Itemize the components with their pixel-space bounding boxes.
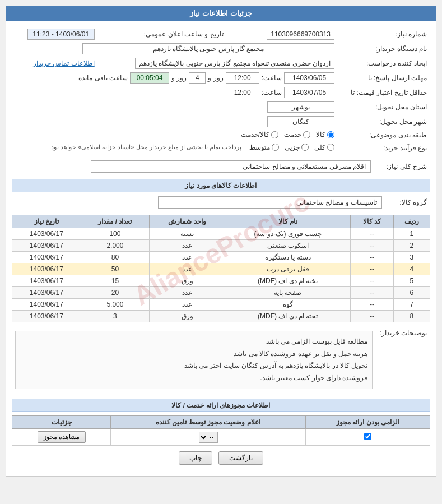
purchase-type-koli[interactable]: کلی: [314, 144, 334, 151]
cell-date: 1403/06/17: [12, 263, 81, 275]
need-summary-label: شرح کلی نیاز:: [374, 159, 430, 174]
response-day-unit: روز و: [171, 74, 187, 82]
city-value: کنگان: [267, 116, 334, 127]
cell-unit: عدد: [150, 287, 225, 299]
cell-row: 1: [393, 228, 430, 240]
license-details-cell[interactable]: مشاهده مجوز: [12, 429, 111, 446]
cell-name: دسته یا دستگیره: [225, 252, 351, 263]
buyer-notes-line: تحویل کالا در پالایشگاه یازدهم به آدرس ک…: [20, 360, 367, 372]
cell-row: 5: [393, 275, 430, 287]
response-time-value: 12:00: [226, 72, 259, 84]
license-status-select[interactable]: --: [199, 432, 218, 443]
license-status-cell[interactable]: --: [111, 429, 306, 446]
buyer-notes-line: مطالعه فایل پیوست الزامی می باشد: [20, 336, 367, 348]
table-row: 1 -- چسب فوری (یک-دو-سه) بسته 100 1403/0…: [12, 228, 430, 240]
col-code: کد کالا: [351, 215, 393, 228]
cell-unit: عدد: [150, 240, 225, 252]
cell-unit: ورق: [150, 275, 225, 287]
min-price-label: حداقل تاریخ اعتبار قیمت: تا: [338, 85, 430, 100]
cell-name: تخته ام دی اف (MDF): [225, 275, 351, 287]
cell-row: 8: [393, 311, 430, 322]
creator-label: ایجاد کننده درخواست:: [338, 56, 430, 71]
cell-date: 1403/06/17: [12, 311, 81, 322]
license-col-status: اعلام وضعیت مجوز توسط تامین کننده: [111, 416, 306, 429]
cell-qty: 2,000: [81, 240, 150, 252]
cell-unit: عدد: [150, 252, 225, 263]
view-license-button[interactable]: مشاهده مجوز: [38, 431, 86, 443]
purchase-note: پرداخت تمام یا بخشی از مبلغ خریدار محل «…: [49, 144, 241, 151]
cell-unit: عدد: [150, 263, 225, 275]
cell-qty: 5,000: [81, 299, 150, 311]
category-option-both[interactable]: کالا/خدمت: [241, 131, 278, 138]
cell-name: اسکوپ صنعتی: [225, 240, 351, 252]
items-table: ردیف کد کالا نام کالا واحد شمارش تعداد /…: [12, 215, 430, 322]
cell-qty: 15: [81, 275, 150, 287]
purchase-type-label: نوع فرآیند خرید:: [338, 142, 430, 155]
min-price-time-value: 12:00: [226, 87, 259, 98]
print-button[interactable]: چاپ: [179, 451, 212, 465]
need-summary-value: اقلام مصرفی مستعملاتی و مصالح ساختمانی: [91, 160, 371, 173]
need-number-value: 1103096669700313: [267, 29, 334, 40]
response-time-label: ساعت:: [262, 74, 282, 82]
goods-group-label: گروه کالا:: [385, 195, 430, 210]
back-button[interactable]: بازگشت: [218, 451, 263, 465]
cell-row: 2: [393, 240, 430, 252]
page-header: جزئیات اطلاعات نیاز: [6, 6, 436, 21]
cell-date: 1403/06/17: [12, 228, 81, 240]
col-unit: واحد شمارش: [150, 215, 225, 228]
col-qty: تعداد / مقدار: [81, 215, 150, 228]
license-section-header: اطلاعات مجوزهای ارائه خدمت / کالا: [12, 399, 430, 412]
cell-qty: 100: [81, 228, 150, 240]
table-row: 2 -- اسکوپ صنعتی عدد 2,000 1403/06/17: [12, 240, 430, 252]
license-mandatory-cell: [305, 429, 430, 446]
cell-code: --: [351, 240, 393, 252]
table-row: 6 -- صفحه پایه عدد 20 1403/06/17: [12, 287, 430, 299]
cell-date: 1403/06/17: [12, 240, 81, 252]
col-name: نام کالا: [225, 215, 351, 228]
response-remaining-value: 00:05:04: [130, 72, 169, 84]
cell-unit: بسته: [150, 228, 225, 240]
purchase-type-jozi[interactable]: جزیی: [285, 144, 309, 151]
cell-qty: 50: [81, 263, 150, 275]
category-option-kala[interactable]: کالا: [316, 131, 334, 138]
date-time-value: 1403/06/01 - 11:23: [27, 29, 95, 40]
cell-date: 1403/06/17: [12, 287, 81, 299]
col-row: ردیف: [393, 215, 430, 228]
cell-code: --: [351, 228, 393, 240]
buyer-notes-label: توضیحات خریدار:: [376, 326, 430, 394]
cell-code: --: [351, 311, 393, 322]
response-day-label: روز و: [208, 74, 223, 82]
license-mandatory-checkbox[interactable]: [364, 433, 371, 440]
cell-name: چسب فوری (یک-دو-سه): [225, 228, 351, 240]
creator-contact-link[interactable]: اطلاعات تماس خریدار: [33, 59, 95, 67]
cell-qty: 20: [81, 287, 150, 299]
cell-name: قفل برقی درب: [225, 263, 351, 275]
category-option-khedmat[interactable]: خدمت: [284, 131, 310, 138]
table-row: 7 -- گوه عدد 5,000 1403/06/17: [12, 299, 430, 311]
buyer-notes-content: مطالعه فایل پیوست الزامی می باشدهزینه حم…: [15, 331, 373, 389]
cell-qty: 80: [81, 252, 150, 263]
goods-info-header: اطلاعات کالاهای مورد نیاز: [12, 179, 430, 192]
province-label: استان محل تحویل:: [338, 100, 430, 114]
category-label: طبقه بندی موضوعی:: [338, 129, 430, 142]
cell-date: 1403/06/17: [12, 299, 81, 311]
min-price-time-label: ساعت:: [262, 89, 282, 96]
license-col-details: جزئیات: [12, 416, 111, 429]
response-day-value: 4: [189, 72, 206, 84]
cell-row: 7: [393, 299, 430, 311]
response-remaining-label: ساعت باقی مانده: [78, 74, 128, 82]
license-col-mandatory: الزامی بودن ارائه مجوز: [305, 416, 430, 429]
province-value: بوشهر: [267, 101, 334, 113]
license-table: الزامی بودن ارائه مجوز اعلام وضعیت مجوز …: [12, 415, 430, 446]
cell-name: گوه: [225, 299, 351, 311]
cell-code: --: [351, 252, 393, 263]
cell-code: --: [351, 275, 393, 287]
response-date-value: 1403/06/05: [284, 72, 334, 84]
cell-name: صفحه پایه: [225, 287, 351, 299]
need-number-label: شماره نیاز:: [338, 27, 430, 41]
purchase-type-motawaset[interactable]: متوسط: [249, 144, 279, 151]
cell-date: 1403/06/17: [12, 252, 81, 263]
city-label: شهر محل تحویل:: [338, 114, 430, 129]
cell-code: --: [351, 263, 393, 275]
cell-code: --: [351, 287, 393, 299]
